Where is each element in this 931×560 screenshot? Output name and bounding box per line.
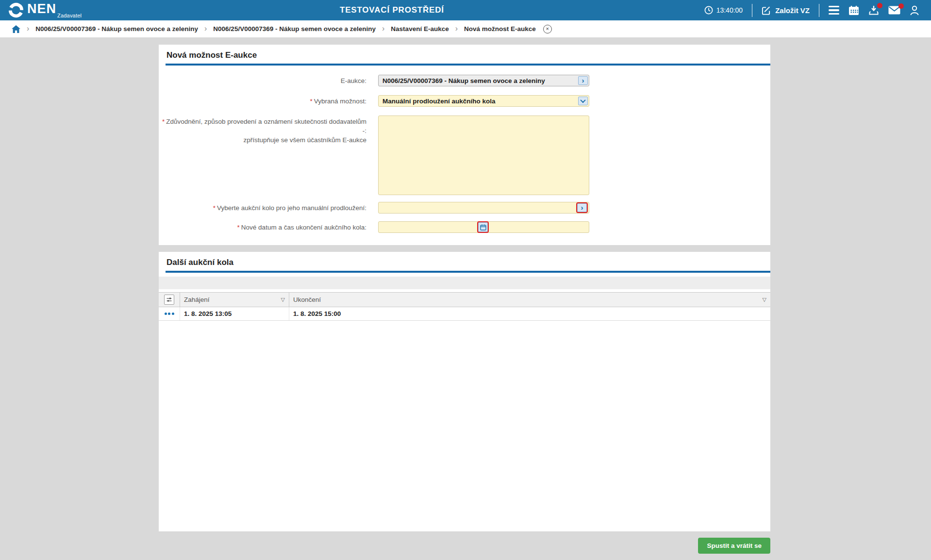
sort-icon[interactable]: ▽ [281, 296, 285, 303]
vybrana-moznost-field-wrap: Manuální prodloužení aukčního kola [378, 95, 589, 107]
app-header: NENZadavatel TESTOVACÍ PROSTŘEDÍ 13:40:0… [0, 0, 931, 20]
breadcrumb-separator: › [204, 24, 207, 33]
vybrana-moznost-value: Manuální prodloužení aukčního kola [379, 98, 578, 105]
auction-rounds-table: Zahájení ▽ Ukončení ▽ 1. 8. 2025 13:05 1… [159, 292, 770, 321]
auction-rounds-title: Další aukční kola [166, 258, 763, 267]
aukcni-kolo-label: *Vyberte aukční kolo pro jeho manuální p… [159, 202, 372, 214]
eaukce-label: E-aukce: [159, 75, 372, 86]
breadcrumb-item-1[interactable]: N006/25/V00007369 - Nákup semen ovoce a … [35, 25, 198, 33]
breadcrumb-separator: › [382, 24, 384, 33]
session-time-value: 13:40:00 [716, 6, 743, 14]
form-row-aukcni-kolo: *Vyberte aukční kolo pro jeho manuální p… [159, 202, 770, 214]
user-button[interactable] [910, 5, 919, 16]
form-row-eaukce: E-aukce: N006/25/V00007369 - Nákup semen… [159, 75, 770, 86]
nen-logo-icon [8, 2, 24, 18]
required-marker: * [213, 204, 216, 212]
nove-datum-field-wrap [378, 221, 589, 233]
row-actions-button[interactable] [159, 307, 180, 320]
header-actions: 13:40:00 Založit VZ [704, 4, 931, 17]
nen-logo[interactable]: NENZadavatel [8, 2, 82, 18]
chevron-right-icon: › [581, 204, 583, 211]
column-header-ukonceni[interactable]: Ukončení ▽ [289, 293, 770, 307]
table-row[interactable]: 1. 8. 2025 13:05 1. 8. 2025 15:00 [159, 307, 770, 321]
clock-icon [704, 6, 713, 15]
section-underline [166, 64, 770, 66]
eaukce-field-wrap: N006/25/V00007369 - Nákup semen ovoce a … [378, 75, 589, 86]
create-vz-label: Založit VZ [775, 6, 810, 15]
auction-rounds-panel: Další aukční kola Zahájení ▽ Ukon [159, 252, 770, 531]
form-panel: Nová možnost E-aukce E-aukce: N006/25/V0… [159, 45, 770, 245]
section-underline [166, 271, 770, 273]
vybrana-moznost-dropdown-button[interactable] [578, 97, 588, 105]
environment-title: TESTOVACÍ PROSTŘEDÍ [340, 0, 444, 20]
table-header-row: Zahájení ▽ Ukončení ▽ [159, 292, 770, 307]
aukcni-kolo-picker-button[interactable]: › [577, 203, 587, 212]
breadcrumb: › N006/25/V00007369 - Nákup semen ovoce … [0, 20, 931, 37]
aukcni-kolo-input[interactable] [378, 202, 589, 214]
calendar-button[interactable] [848, 5, 859, 16]
header-divider [819, 4, 819, 17]
create-vz-button[interactable]: Založit VZ [762, 6, 810, 15]
header-divider [752, 4, 752, 17]
cell-ukonceni: 1. 8. 2025 15:00 [289, 310, 770, 317]
required-marker: * [162, 118, 165, 125]
form-row-zduvodneni: *Zdůvodnění, způsob provedení a oznámení… [159, 115, 770, 197]
form-row-vybrana-moznost: *Vybraná možnost: Manuální prodloužení a… [159, 95, 770, 107]
column-label: Ukončení [293, 296, 321, 303]
vybrana-moznost-label: *Vybraná možnost: [159, 95, 372, 107]
messages-button[interactable] [888, 6, 900, 15]
nove-datum-calendar-button[interactable] [478, 222, 488, 232]
breadcrumb-item-current: Nová možnost E-aukce [464, 25, 536, 33]
row-actions-icon [165, 313, 167, 315]
submit-and-return-button[interactable]: Spustit a vrátit se [698, 538, 770, 554]
logo-subtitle: Zadavatel [57, 13, 82, 18]
breadcrumb-item-3[interactable]: Nastavení E-aukce [391, 25, 449, 33]
logo-text: NENZadavatel [27, 2, 82, 18]
calendar-icon [848, 5, 859, 16]
column-settings-icon [164, 295, 174, 305]
cell-zahajeni: 1. 8. 2025 13:05 [180, 307, 289, 320]
breadcrumb-separator: › [455, 24, 458, 33]
form-row-nove-datum: *Nové datum a čas ukončení aukčního kola… [159, 221, 770, 233]
eaukce-detail-button[interactable]: › [578, 76, 588, 85]
home-icon[interactable] [12, 25, 20, 33]
eauction-option-form: E-aukce: N006/25/V00007369 - Nákup semen… [159, 75, 770, 233]
nove-datum-label: *Nové datum a čas ukončení aukčního kola… [159, 221, 372, 233]
column-label: Zahájení [184, 296, 210, 303]
messages-badge [898, 3, 904, 9]
menu-icon [829, 6, 839, 15]
form-panel-title: Nová možnost E-aukce [166, 50, 763, 60]
table-toolbar [159, 277, 770, 289]
required-marker: * [310, 98, 312, 105]
session-time: 13:40:00 [704, 6, 743, 15]
breadcrumb-item-2[interactable]: N006/25/V00007369 - Nákup semen ovoce a … [213, 25, 376, 33]
zduvodneni-label: *Zdůvodnění, způsob provedení a oznámení… [159, 115, 372, 197]
required-marker: * [237, 224, 240, 231]
eaukce-field: N006/25/V00007369 - Nákup semen ovoce a … [378, 75, 589, 86]
column-settings-button[interactable] [159, 293, 180, 307]
downloads-button[interactable] [868, 5, 879, 16]
chevron-right-icon: › [582, 77, 584, 84]
zduvodneni-field-wrap [378, 115, 589, 197]
downloads-badge [877, 3, 882, 8]
vybrana-moznost-select[interactable]: Manuální prodloužení aukčního kola [378, 95, 589, 107]
column-header-zahajeni[interactable]: Zahájení ▽ [180, 293, 289, 307]
zduvodneni-textarea[interactable] [378, 115, 589, 195]
menu-button[interactable] [829, 6, 839, 15]
calendar-picker-icon [480, 224, 486, 231]
close-tab-icon[interactable]: × [543, 25, 552, 33]
eaukce-value: N006/25/V00007369 - Nákup semen ovoce a … [379, 77, 578, 84]
sort-icon[interactable]: ▽ [763, 296, 766, 303]
breadcrumb-separator: › [27, 24, 29, 33]
user-icon [910, 5, 919, 16]
edit-icon [762, 6, 771, 15]
aukcni-kolo-field-wrap: › [378, 202, 589, 214]
chevron-down-icon [580, 98, 585, 103]
